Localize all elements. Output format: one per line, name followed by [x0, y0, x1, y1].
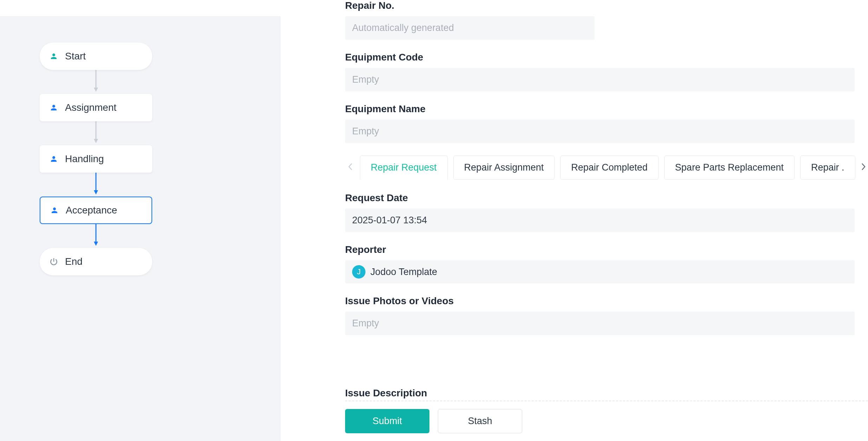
- tab-repair-more[interactable]: Repair .: [800, 155, 855, 180]
- field-label: Request Date: [345, 192, 868, 204]
- workflow-label: End: [65, 256, 83, 267]
- form-panel: Repair No. Automatically generated Equip…: [281, 0, 868, 441]
- tab-repair-completed[interactable]: Repair Completed: [560, 155, 659, 180]
- repair-no-input[interactable]: Automatically generated: [345, 16, 595, 40]
- workflow-label: Handling: [65, 153, 104, 165]
- workflow-node-acceptance[interactable]: Acceptance: [40, 197, 152, 224]
- field-repair-no: Repair No. Automatically generated: [345, 0, 868, 40]
- person-icon: [49, 51, 59, 61]
- stash-button[interactable]: Stash: [438, 409, 522, 433]
- field-equipment-name: Equipment Name Empty: [345, 103, 868, 143]
- field-reporter: Reporter J Jodoo Template: [345, 244, 868, 283]
- equipment-code-input[interactable]: Empty: [345, 68, 855, 91]
- action-bar: Submit Stash: [345, 401, 868, 441]
- svg-marker-1: [94, 88, 98, 92]
- tabs-row: Repair Request Repair Assignment Repair …: [360, 155, 858, 180]
- workflow-arrow: [40, 224, 152, 248]
- field-label: Issue Description: [345, 388, 427, 399]
- workflow-label: Assignment: [65, 102, 116, 113]
- workflow-sidebar: Start Assignment Handling: [0, 0, 281, 441]
- svg-marker-7: [94, 242, 98, 246]
- workflow-arrow: [40, 121, 152, 145]
- reporter-input[interactable]: J Jodoo Template: [345, 260, 855, 283]
- person-icon: [49, 103, 59, 113]
- person-icon: [49, 154, 59, 164]
- power-icon: [49, 257, 59, 267]
- field-label: Equipment Code: [345, 52, 868, 63]
- field-equipment-code: Equipment Code Empty: [345, 52, 868, 91]
- workflow-node-handling[interactable]: Handling: [40, 145, 152, 173]
- top-white-bar: [0, 0, 281, 16]
- field-label: Equipment Name: [345, 103, 868, 115]
- tab-repair-assignment[interactable]: Repair Assignment: [453, 155, 555, 180]
- tab-spare-parts-replacement[interactable]: Spare Parts Replacement: [664, 155, 795, 180]
- issue-photos-input[interactable]: Empty: [345, 312, 855, 335]
- workflow-arrow: [40, 173, 152, 197]
- workflow-node-start[interactable]: Start: [40, 43, 152, 70]
- tab-repair-request[interactable]: Repair Request: [360, 155, 448, 180]
- field-label: Issue Photos or Videos: [345, 295, 868, 307]
- submit-button[interactable]: Submit: [345, 409, 429, 433]
- workflow-label: Acceptance: [66, 205, 117, 216]
- chevron-right-icon[interactable]: [858, 162, 868, 173]
- equipment-name-input[interactable]: Empty: [345, 120, 855, 143]
- field-label: Repair No.: [345, 0, 868, 11]
- person-icon: [50, 205, 59, 215]
- svg-marker-5: [94, 190, 98, 194]
- workflow-label: Start: [65, 51, 86, 62]
- field-label: Reporter: [345, 244, 868, 255]
- field-issue-photos: Issue Photos or Videos Empty: [345, 295, 868, 335]
- tabs-bar: Repair Request Repair Assignment Repair …: [345, 155, 858, 180]
- workflow-node-end[interactable]: End: [40, 248, 152, 275]
- workflow-node-assignment[interactable]: Assignment: [40, 94, 152, 121]
- avatar: J: [352, 265, 365, 279]
- chevron-left-icon[interactable]: [345, 162, 356, 173]
- field-request-date: Request Date 2025-01-07 13:54: [345, 192, 868, 232]
- svg-marker-3: [94, 139, 98, 143]
- workflow-container: Start Assignment Handling: [0, 16, 281, 275]
- reporter-name: Jodoo Template: [370, 267, 437, 277]
- request-date-input[interactable]: 2025-01-07 13:54: [345, 209, 855, 232]
- workflow-arrow: [40, 70, 152, 94]
